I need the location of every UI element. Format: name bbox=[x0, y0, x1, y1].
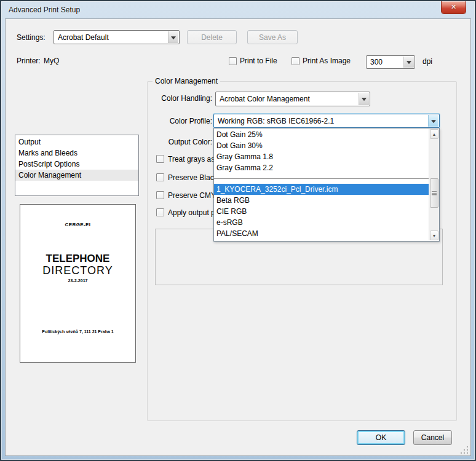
ok-button-label: OK bbox=[357, 433, 405, 442]
sidebar-item-marks-and-bleeds[interactable]: Marks and Bleeds bbox=[15, 148, 138, 159]
color-profile-dropdown-list: Dot Gain 25% Dot Gain 30% Gray Gamma 1.8… bbox=[213, 128, 440, 242]
dpi-combo-value: 300 bbox=[370, 58, 383, 66]
profile-option[interactable]: Dot Gain 25% bbox=[214, 129, 429, 140]
save-as-button[interactable]: Save As bbox=[247, 30, 298, 44]
profile-option[interactable]: Dot Gain 30% bbox=[214, 140, 429, 151]
color-profile-combo-value: Working RGB: sRGB IEC61966-2.1 bbox=[218, 117, 334, 125]
treat-grays-checkbox[interactable] bbox=[156, 155, 164, 163]
color-handling-combo-value: Acrobat Color Management bbox=[220, 95, 310, 103]
print-to-file-checkbox[interactable] bbox=[229, 57, 237, 65]
ok-button[interactable]: OK bbox=[357, 430, 405, 445]
scrollbar-thumb[interactable] bbox=[430, 178, 438, 208]
preserve-black-label: Preserve Black bbox=[168, 173, 218, 182]
preview-org-text: CERGE-EI bbox=[20, 222, 135, 227]
color-handling-combo[interactable]: Acrobat Color Management bbox=[215, 92, 370, 106]
delete-button-label: Delete bbox=[188, 33, 236, 42]
profile-option-selected[interactable]: 1_KYOCERA_3252ci_Pcl_Driver.icm bbox=[214, 184, 429, 195]
settings-label: Settings: bbox=[17, 33, 46, 42]
cancel-button-label: Cancel bbox=[414, 433, 451, 442]
preview-title-line1: TELEPHONE bbox=[20, 253, 135, 265]
close-button[interactable]: ✕ bbox=[441, 1, 466, 14]
close-icon: ✕ bbox=[451, 3, 456, 10]
profile-option[interactable]: PAL/SECAM bbox=[214, 228, 429, 239]
apply-output-checkbox[interactable] bbox=[156, 208, 164, 216]
print-preview-thumbnail: CERGE-EI TELEPHONE DIRECTORY 23-2-2017 P… bbox=[20, 204, 136, 363]
printer-value: MyQ bbox=[44, 57, 59, 65]
preserve-cmyk-checkbox[interactable] bbox=[156, 191, 164, 199]
chevron-down-icon[interactable] bbox=[428, 115, 438, 127]
chevron-down-icon[interactable] bbox=[359, 93, 369, 105]
dropdown-separator bbox=[214, 173, 429, 184]
group-label: Color Management bbox=[153, 77, 220, 85]
sidebar-item-postscript-options[interactable]: PostScript Options bbox=[15, 159, 138, 170]
dpi-unit-label: dpi bbox=[422, 57, 432, 66]
settings-combo-value: Acrobat Default bbox=[58, 33, 109, 42]
preview-date-text: 23-2-2017 bbox=[20, 278, 135, 283]
preview-address-text: Politických vězňů 7, 111 21 Praha 1 bbox=[20, 329, 135, 334]
save-as-button-label: Save As bbox=[248, 33, 297, 42]
dropdown-scrollbar[interactable]: ▲ ▼ bbox=[429, 129, 439, 240]
dialog-body: Settings: Acrobat Default Delete Save As… bbox=[5, 18, 471, 456]
sidebar-item-color-management[interactable]: Color Management bbox=[15, 170, 138, 181]
scroll-down-icon[interactable]: ▼ bbox=[430, 230, 438, 240]
preview-title-line2: DIRECTORY bbox=[20, 264, 135, 277]
print-as-image-label: Print As Image bbox=[303, 57, 351, 65]
chevron-down-icon[interactable] bbox=[403, 57, 414, 68]
print-to-file-label: Print to File bbox=[240, 57, 277, 65]
profile-option[interactable]: Gray Gamma 1.8 bbox=[214, 151, 429, 162]
dpi-combo[interactable]: 300 bbox=[366, 55, 415, 69]
profile-option[interactable]: Gray Gamma 2.2 bbox=[214, 162, 429, 173]
window-title: Advanced Print Setup bbox=[9, 6, 80, 14]
scroll-up-icon[interactable]: ▲ bbox=[430, 129, 438, 139]
output-color-label: Output Color: bbox=[120, 138, 212, 146]
color-handling-label: Color Handling: bbox=[120, 94, 212, 103]
printer-label: Printer: bbox=[17, 57, 41, 65]
profile-option[interactable]: e-sRGB bbox=[214, 217, 429, 228]
settings-combo[interactable]: Acrobat Default bbox=[54, 30, 180, 44]
preserve-black-checkbox[interactable] bbox=[156, 173, 164, 181]
profile-option[interactable]: CIE RGB bbox=[214, 206, 429, 217]
chevron-down-icon[interactable] bbox=[168, 31, 178, 43]
profile-option[interactable]: Beta RGB bbox=[214, 195, 429, 206]
cancel-button[interactable]: Cancel bbox=[413, 430, 452, 445]
delete-button[interactable]: Delete bbox=[187, 30, 237, 44]
color-profile-label: Color Profile: bbox=[120, 117, 212, 125]
titlebar[interactable]: Advanced Print Setup ✕ bbox=[1, 1, 475, 18]
color-profile-combo[interactable]: Working RGB: sRGB IEC61966-2.1 bbox=[213, 114, 440, 128]
resize-grip[interactable] bbox=[461, 446, 469, 454]
dialog-window: Advanced Print Setup ✕ Settings: Acrobat… bbox=[0, 0, 476, 461]
print-as-image-checkbox[interactable] bbox=[292, 57, 299, 65]
apply-output-label: Apply output p bbox=[168, 208, 215, 217]
